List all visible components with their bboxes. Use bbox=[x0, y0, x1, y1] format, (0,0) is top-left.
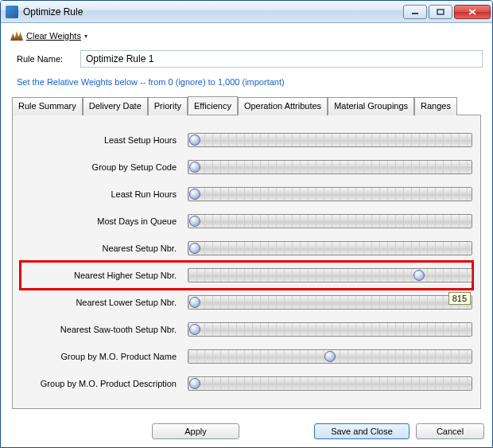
slider-track[interactable] bbox=[188, 214, 472, 228]
window-title: Optimize Rule bbox=[23, 6, 402, 18]
dropdown-arrow-icon[interactable]: ▾ bbox=[84, 33, 87, 40]
slider-row: Least Setup Hours bbox=[21, 127, 472, 154]
slider-row: Group by M.O. Product Name bbox=[21, 343, 472, 370]
slider-row: Most Days in Queue bbox=[21, 208, 472, 235]
slider-track[interactable] bbox=[188, 133, 472, 147]
slider-track[interactable] bbox=[188, 241, 472, 255]
minimize-button[interactable] bbox=[403, 5, 427, 19]
slider-thumb[interactable] bbox=[413, 270, 425, 281]
slider[interactable] bbox=[188, 212, 472, 230]
slider-thumb[interactable] bbox=[189, 324, 200, 335]
tab-material-groupings[interactable]: Material Groupings bbox=[328, 97, 414, 115]
slider-row: Nearest Setup Nbr. bbox=[21, 235, 472, 262]
slider-track[interactable] bbox=[188, 349, 472, 364]
slider[interactable] bbox=[188, 185, 472, 203]
tab-operation-attributes[interactable]: Operation Attributes bbox=[238, 97, 328, 115]
slider-thumb[interactable] bbox=[324, 351, 336, 362]
slider[interactable] bbox=[188, 321, 472, 338]
clear-weights-link[interactable]: Clear Weights bbox=[26, 31, 81, 41]
slider-row: Nearest Higher Setup Nbr. bbox=[21, 262, 472, 289]
slider-track[interactable] bbox=[188, 268, 472, 282]
slider[interactable] bbox=[188, 240, 472, 257]
slider[interactable] bbox=[188, 267, 472, 284]
slider-row: Group by M.O. Product Description bbox=[21, 370, 472, 397]
slider[interactable] bbox=[188, 131, 472, 149]
window-buttons bbox=[402, 5, 491, 19]
slider-track[interactable] bbox=[188, 160, 472, 174]
slider-label: Nearest Setup Nbr. bbox=[21, 243, 188, 253]
slider-label: Nearest Saw-tooth Setup Nbr. bbox=[21, 325, 188, 334]
apply-button[interactable]: Apply bbox=[152, 423, 239, 439]
slider-track[interactable] bbox=[188, 376, 472, 391]
svg-rect-0 bbox=[412, 13, 418, 14]
slider-row: Nearest Saw-tooth Setup Nbr. bbox=[21, 316, 472, 343]
maximize-button[interactable] bbox=[429, 5, 452, 19]
titlebar: Optimize Rule bbox=[1, 1, 492, 23]
slider[interactable] bbox=[188, 375, 472, 392]
slider-label: Least Run Hours bbox=[21, 189, 188, 199]
clear-weights-icon bbox=[10, 31, 23, 41]
slider[interactable] bbox=[188, 348, 472, 365]
app-icon bbox=[6, 6, 18, 18]
slider-row: Group by Setup Code bbox=[21, 154, 472, 181]
slider-row: Least Run Hours bbox=[21, 181, 472, 208]
tab-delivery-date[interactable]: Delivery Date bbox=[83, 97, 148, 115]
slider-track[interactable] bbox=[188, 187, 472, 201]
rule-name-input[interactable] bbox=[80, 50, 483, 68]
slider-label: Group by M.O. Product Name bbox=[21, 352, 188, 361]
tab-rule-summary[interactable]: Rule Summary bbox=[12, 97, 83, 115]
slider-row: Nearest Lower Setup Nbr.815 bbox=[21, 289, 472, 316]
slider-label: Least Setup Hours bbox=[21, 135, 188, 145]
rule-name-row: Rule Name: bbox=[17, 50, 483, 68]
slider-track[interactable] bbox=[188, 322, 472, 337]
slider[interactable]: 815 bbox=[188, 294, 472, 311]
rule-name-label: Rule Name: bbox=[17, 54, 80, 64]
slider-thumb[interactable] bbox=[189, 216, 200, 227]
footer: Apply Save and Close Cancel bbox=[1, 417, 492, 447]
tab-strip: Rule SummaryDelivery DatePriorityEfficie… bbox=[12, 96, 481, 115]
slider-thumb[interactable] bbox=[189, 378, 200, 389]
slider-track[interactable] bbox=[188, 295, 472, 310]
slider-thumb[interactable] bbox=[189, 189, 200, 200]
slider-thumb[interactable] bbox=[189, 162, 200, 173]
window: Optimize Rule Clear Weights ▾ Rule Name:… bbox=[0, 0, 493, 448]
slider-label: Nearest Higher Setup Nbr. bbox=[21, 271, 188, 280]
cancel-button[interactable]: Cancel bbox=[416, 423, 484, 439]
tab-efficiency[interactable]: Efficiency bbox=[188, 96, 238, 115]
close-button[interactable] bbox=[454, 5, 491, 19]
slider-thumb[interactable] bbox=[189, 243, 200, 254]
tab-panel-efficiency: Least Setup HoursGroup by Setup CodeLeas… bbox=[12, 115, 481, 409]
tab-ranges[interactable]: Ranges bbox=[414, 97, 457, 115]
svg-rect-1 bbox=[437, 10, 444, 14]
slider-label: Nearest Lower Setup Nbr. bbox=[21, 298, 188, 307]
content: Clear Weights ▾ Rule Name: Set the Relat… bbox=[1, 23, 492, 417]
hint-text: Set the Relative Weights below -- from 0… bbox=[17, 77, 483, 87]
slider-thumb[interactable] bbox=[189, 297, 200, 308]
slider-label: Most Days in Queue bbox=[21, 216, 188, 226]
slider-label: Group by Setup Code bbox=[21, 162, 188, 172]
slider-thumb[interactable] bbox=[189, 134, 200, 146]
tab-priority[interactable]: Priority bbox=[148, 97, 188, 115]
slider-tooltip: 815 bbox=[448, 292, 471, 305]
slider[interactable] bbox=[188, 158, 472, 176]
save-and-close-button[interactable]: Save and Close bbox=[314, 423, 410, 439]
slider-label: Group by M.O. Product Description bbox=[21, 379, 188, 388]
toolbar: Clear Weights ▾ bbox=[10, 29, 483, 47]
